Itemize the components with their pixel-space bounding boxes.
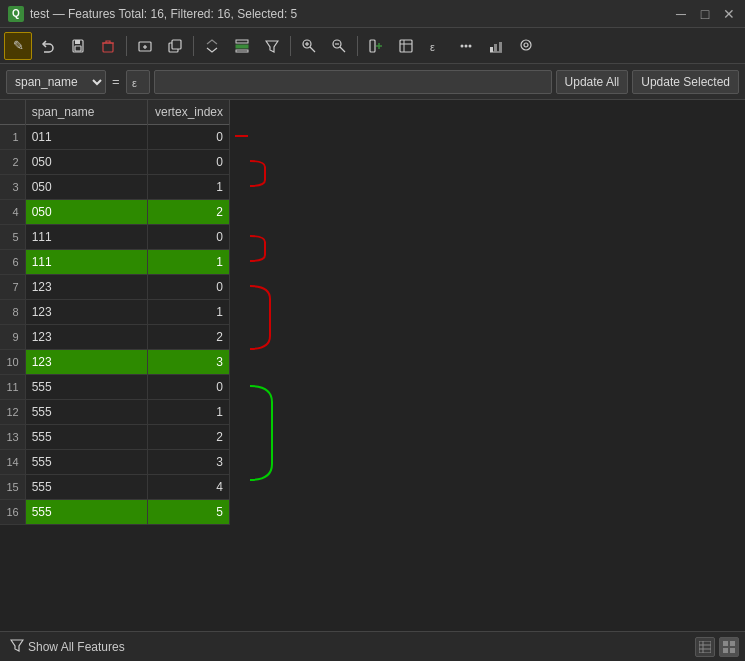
app-icon: Q	[8, 6, 24, 22]
row-number: 6	[0, 249, 25, 274]
svg-text:ε: ε	[430, 41, 435, 53]
svg-point-34	[521, 40, 531, 50]
table-row[interactable]: 30501	[0, 174, 230, 199]
svg-rect-32	[494, 44, 497, 52]
table-row[interactable]: 10110	[0, 124, 230, 149]
span-name-cell: 555	[25, 449, 147, 474]
svg-rect-12	[236, 50, 248, 52]
zoom-in-button[interactable]	[198, 32, 226, 60]
vertex-index-cell: 3	[147, 349, 229, 374]
vertex-index-cell: 1	[147, 249, 229, 274]
actions-button[interactable]	[452, 32, 480, 60]
vertex-index-cell: 2	[147, 199, 229, 224]
row-number: 15	[0, 474, 25, 499]
row-number: 10	[0, 349, 25, 374]
svg-rect-31	[490, 47, 493, 52]
span-name-cell: 123	[25, 324, 147, 349]
undo-button[interactable]	[34, 32, 62, 60]
grid-view-icon[interactable]	[719, 637, 739, 657]
span-name-cell: 050	[25, 199, 147, 224]
stats-button[interactable]	[482, 32, 510, 60]
table-row[interactable]: 115550	[0, 374, 230, 399]
titlebar: Q test — Features Total: 16, Filtered: 1…	[0, 0, 745, 28]
save-button[interactable]	[64, 32, 92, 60]
map-button[interactable]	[512, 32, 540, 60]
new-record-button[interactable]	[131, 32, 159, 60]
table-row[interactable]: 145553	[0, 449, 230, 474]
vertex-index-cell: 3	[147, 449, 229, 474]
update-all-button[interactable]: Update All	[556, 70, 629, 94]
show-all-button[interactable]: Show All Features	[6, 636, 129, 657]
vertex-index-header[interactable]: vertex_index	[147, 100, 229, 124]
table-row[interactable]: 135552	[0, 424, 230, 449]
expression-filter-button[interactable]: ε	[126, 70, 150, 94]
table-view-icon[interactable]	[695, 637, 715, 657]
delete-row-button[interactable]	[94, 32, 122, 60]
span-name-cell: 555	[25, 499, 147, 524]
table-row[interactable]: 61111	[0, 249, 230, 274]
svg-rect-45	[730, 648, 735, 653]
row-number-header	[0, 100, 25, 124]
svg-rect-11	[236, 45, 248, 48]
table-row[interactable]: 51110	[0, 224, 230, 249]
row-number: 7	[0, 274, 25, 299]
row-number: 14	[0, 449, 25, 474]
svg-line-14	[310, 47, 315, 52]
add-column-button[interactable]	[362, 32, 390, 60]
copy-button[interactable]	[161, 32, 189, 60]
span-name-cell: 123	[25, 274, 147, 299]
table-row[interactable]: 125551	[0, 399, 230, 424]
table-row[interactable]: 155554	[0, 474, 230, 499]
svg-line-18	[340, 47, 345, 52]
column-props-button[interactable]	[392, 32, 420, 60]
span-name-header[interactable]: span_name	[25, 100, 147, 124]
span-name-cell: 050	[25, 174, 147, 199]
field-selector[interactable]: span_name	[6, 70, 106, 94]
table-container: span_name vertex_index 10110205003050140…	[0, 100, 745, 631]
table-row[interactable]: 40502	[0, 199, 230, 224]
close-button[interactable]: ✕	[721, 6, 737, 22]
svg-rect-44	[723, 648, 728, 653]
table-row[interactable]: 91232	[0, 324, 230, 349]
row-number: 11	[0, 374, 25, 399]
table-row[interactable]: 165555	[0, 499, 230, 524]
table-row[interactable]: 71230	[0, 274, 230, 299]
toolbar: ✎ ε	[0, 28, 745, 64]
toolbar-sep-3	[290, 36, 291, 56]
maximize-button[interactable]: □	[697, 6, 713, 22]
vertex-index-cell: 0	[147, 149, 229, 174]
span-name-cell: 555	[25, 424, 147, 449]
feature-table: span_name vertex_index 10110205003050140…	[0, 100, 230, 525]
expression-button[interactable]: ε	[422, 32, 450, 60]
pan-button[interactable]	[325, 32, 353, 60]
filter-button[interactable]	[258, 32, 286, 60]
filter-value-input[interactable]	[154, 70, 552, 94]
svg-point-29	[469, 44, 472, 47]
svg-text:ε: ε	[132, 77, 137, 89]
titlebar-left: Q test — Features Total: 16, Filtered: 1…	[8, 6, 297, 22]
table-row[interactable]: 101233	[0, 349, 230, 374]
row-number: 12	[0, 399, 25, 424]
row-number: 5	[0, 224, 25, 249]
svg-rect-38	[699, 641, 711, 653]
table-row[interactable]: 81231	[0, 299, 230, 324]
toolbar-sep-1	[126, 36, 127, 56]
titlebar-controls: ─ □ ✕	[673, 6, 737, 22]
svg-rect-1	[75, 40, 80, 44]
svg-rect-42	[723, 641, 728, 646]
span-name-cell: 111	[25, 224, 147, 249]
span-name-cell: 555	[25, 374, 147, 399]
update-selected-button[interactable]: Update Selected	[632, 70, 739, 94]
edit-button[interactable]: ✎	[4, 32, 32, 60]
zoom-extent-button[interactable]	[295, 32, 323, 60]
select-all-button[interactable]	[228, 32, 256, 60]
table-row[interactable]: 20500	[0, 149, 230, 174]
vertex-index-cell: 4	[147, 474, 229, 499]
minimize-button[interactable]: ─	[673, 6, 689, 22]
span-name-cell: 050	[25, 149, 147, 174]
vertex-index-cell: 5	[147, 499, 229, 524]
span-name-cell: 123	[25, 299, 147, 324]
vertex-index-cell: 0	[147, 274, 229, 299]
vertex-index-cell: 0	[147, 224, 229, 249]
vertex-index-cell: 1	[147, 399, 229, 424]
